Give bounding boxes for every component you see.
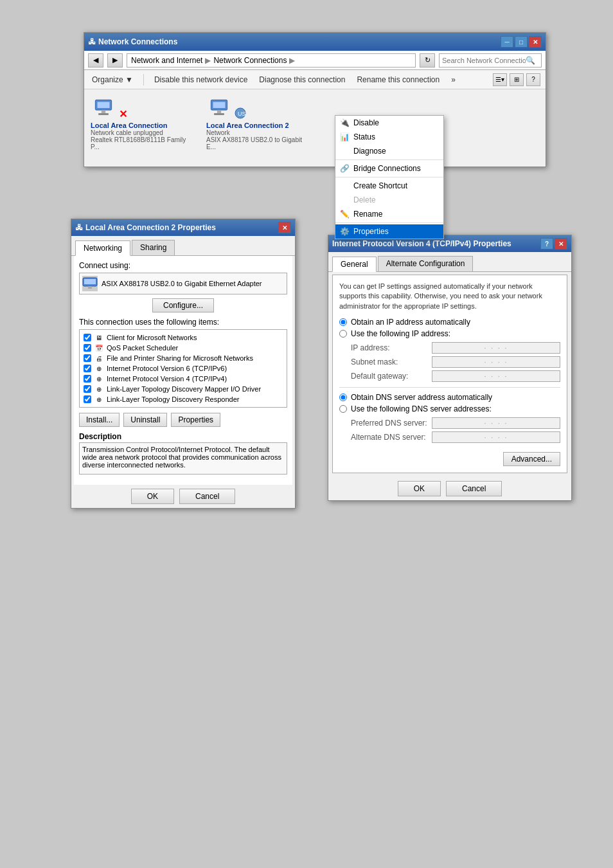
ctx-delete[interactable]: Delete [335,193,443,207]
ipv4-help-button[interactable]: ? [540,238,553,249]
organize-button[interactable]: Organize ▼ [89,74,136,86]
configure-button[interactable]: Configure... [152,298,214,312]
rename-button[interactable]: Rename this connection [354,74,442,86]
ipv4-tab-alternate[interactable]: Alternate Configuration [378,256,474,271]
ctx-status[interactable]: 📊 Status [335,130,443,144]
manual-dns-radio[interactable] [339,405,347,413]
auto-ip-label: Obtain an IP address automatically [351,318,470,327]
item-checkbox-ipv4[interactable] [84,375,91,383]
toolbar-right: ☰▾ ⊞ ? [493,73,540,86]
default-gateway-row: Default gateway: · · · · [339,370,560,382]
adapter-local-area-2[interactable]: USB Local Area Connection 2 Network ASIX… [206,96,309,160]
default-gateway-input[interactable]: · · · · [432,370,560,382]
preferred-dns-label: Preferred DNS server: [351,419,428,428]
adapter-box: ASIX AX88178 USB2.0 to Gigabit Ethernet … [79,273,287,294]
ctx-rename[interactable]: ✏️ Rename [335,207,443,221]
adapter-name-1: Local Area Connection [91,122,167,129]
auto-ip-radio[interactable] [339,318,347,326]
disable-network-button[interactable]: Disable this network device [152,74,250,86]
properties-button[interactable]: Properties [171,413,220,427]
ip-address-input[interactable]: · · · · [432,342,560,354]
ctx-disable-label: Disable [353,118,379,127]
maximize-button[interactable]: □ [515,36,528,48]
ip-radio-group: Obtain an IP address automatically Use t… [339,318,560,338]
view-details-button[interactable]: ☰▾ [493,73,507,86]
description-label: Description [79,432,287,441]
refresh-button[interactable]: ↻ [420,53,435,68]
manual-ip-radio[interactable] [339,330,347,338]
titlebar-title-text: Network Connections [98,37,177,46]
ipv4-tab-bar: General Alternate Configuration [328,252,571,272]
list-item-ipv6: ⊕ Internet Protocol Version 6 (TCP/IPv6) [82,363,284,374]
item-icon-mapper: ⊕ [94,384,104,393]
adapter-local-area-1[interactable]: ✕ Local Area Connection Network cable un… [91,96,193,160]
list-item-client: 🖥 Client for Microsoft Networks [82,332,284,343]
alternate-dns-input[interactable]: · · · · [432,431,560,443]
item-checkbox-printer[interactable] [84,354,91,362]
back-button[interactable]: ◀ [88,53,103,68]
auto-dns-radio[interactable] [339,393,347,401]
ipv4-cancel-button[interactable]: Cancel [446,481,502,496]
ctx-diagnose[interactable]: Diagnose [335,144,443,158]
uninstall-button[interactable]: Uninstall [123,413,167,427]
breadcrumb-network-connections[interactable]: Network Connections [213,56,287,65]
forward-button[interactable]: ▶ [107,53,123,68]
diagnose-button[interactable]: Diagnose this connection [256,74,348,86]
advanced-button[interactable]: Advanced... [503,452,560,466]
props-close-button[interactable]: ✕ [278,222,291,233]
more-button[interactable]: » [449,74,458,86]
props-ok-button[interactable]: OK [131,489,174,504]
item-checkbox-responder[interactable] [84,395,91,403]
ctx-disable[interactable]: 🔌 Disable [335,116,443,130]
search-icon[interactable]: 🔍 [526,56,535,65]
ctx-sep-2 [335,177,443,177]
item-icon-client: 🖥 [94,333,104,342]
list-item-qos: 📅 QoS Packet Scheduler [82,343,284,353]
adapter-box-icon [82,276,98,291]
svg-rect-7 [214,113,224,115]
adapter-icon-2 [206,96,232,120]
item-checkbox-client[interactable] [84,334,91,341]
ctx-bridge[interactable]: 🔗 Bridge Connections [335,161,443,176]
item-checkbox-qos[interactable] [84,344,91,352]
adapter-small-icon [82,277,98,290]
toolbar: Organize ▼ Disable this network device D… [84,70,546,89]
item-icon-printer: 🖨 [94,354,104,363]
props-title-group: 🖧 Local Area Connection 2 Properties [75,223,216,232]
usb-icon: USB [235,107,246,119]
item-label-mapper: Link-Layer Topology Discovery Mapper I/O… [107,385,261,393]
adapter-status-2: Network [206,129,230,136]
preferred-dns-input[interactable]: · · · · [432,417,560,429]
item-checkbox-mapper[interactable] [84,385,91,393]
item-icon-ipv4: ⊕ [94,374,104,383]
props-titlebar: 🖧 Local Area Connection 2 Properties ✕ [71,219,295,236]
item-icon-ipv6: ⊕ [94,364,104,373]
install-button[interactable]: Install... [79,413,120,427]
adapter-icon-1 [91,96,116,120]
view-icons-button[interactable]: ⊞ [510,73,524,86]
tab-networking[interactable]: Networking [75,240,130,256]
ipv4-tab-general[interactable]: General [332,257,377,272]
dns-divider [339,387,560,388]
help-button[interactable]: ? [526,73,540,86]
breadcrumb-network-internet[interactable]: Network and Internet [131,56,202,65]
dns-radio-group: Obtain DNS server address automatically … [339,393,560,413]
ctx-shortcut[interactable]: Create Shortcut [335,179,443,193]
item-checkbox-ipv6[interactable] [84,365,91,372]
props-cancel-button[interactable]: Cancel [179,489,235,504]
search-input[interactable] [442,57,526,64]
properties-window: 🖧 Local Area Connection 2 Properties ✕ N… [71,219,296,509]
ipv4-ok-button[interactable]: OK [398,481,441,496]
preferred-dns-row: Preferred DNS server: · · · · [339,417,560,429]
close-button[interactable]: ✕ [529,36,542,48]
default-gateway-label: Default gateway: [351,372,428,381]
address-bar: ◀ ▶ Network and Internet ▶ Network Conne… [84,51,546,70]
ctx-properties[interactable]: ⚙️ Properties [335,224,443,239]
adapter-name-2: Local Area Connection 2 [206,122,289,129]
minimize-button[interactable]: ─ [501,36,513,48]
description-box: Transmission Control Protocol/Internet P… [79,442,287,475]
subnet-mask-input[interactable]: · · · · [432,356,560,368]
tab-sharing[interactable]: Sharing [132,240,175,255]
ipv4-close-button[interactable]: ✕ [555,238,567,249]
ctx-properties-label: Properties [353,227,389,236]
